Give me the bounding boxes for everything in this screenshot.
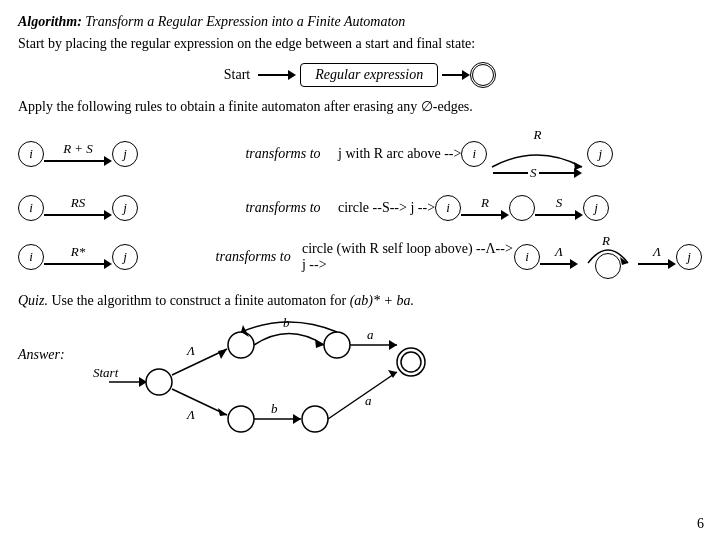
lhs-arrow-row-2 xyxy=(44,210,112,220)
s-label: S xyxy=(530,165,537,181)
rhs-r-arrow-row xyxy=(461,210,509,220)
lhs-arrowhead-1 xyxy=(104,156,112,166)
lhs-arrowhead-3 xyxy=(104,259,112,269)
lhs-arrow-2: RS xyxy=(44,196,112,220)
rhs-lambda2-row xyxy=(638,259,676,269)
transforms-to-2: transforms to xyxy=(228,200,338,216)
rhs-lambda2-arrow: Λ xyxy=(638,245,676,269)
rhs-lambda2-label: Λ xyxy=(653,245,661,258)
final-state xyxy=(470,62,496,88)
lhs-2: i RS j xyxy=(18,195,228,221)
transform-row-1: i R + S j transforms to j with R arc abo… xyxy=(18,127,702,181)
lhs-state-i-1: i xyxy=(18,141,44,167)
rhs-mid-state xyxy=(509,195,535,221)
svg-point-6 xyxy=(146,369,172,395)
rhs-lambda1-label: Λ xyxy=(555,245,563,258)
rhs-mid-with-loop: R xyxy=(578,235,638,279)
rhs-2: i R S j xyxy=(435,195,609,221)
rhs-lambda1-row xyxy=(540,259,578,269)
lhs-state-i-2: i xyxy=(18,195,44,221)
svg-text:b: b xyxy=(271,401,278,416)
transform-row-2: i RS j transforms to circle --S--> j -->… xyxy=(18,195,702,221)
rhs-state-i-2: i xyxy=(435,195,461,221)
rhs-r-line xyxy=(461,214,501,216)
rhs-state-i-3: i xyxy=(514,244,540,270)
lhs-edge-label-3: R* xyxy=(71,245,85,258)
svg-marker-18 xyxy=(389,340,397,350)
svg-point-24 xyxy=(302,406,328,432)
rhs-arrows-1: R S xyxy=(487,127,587,181)
svg-text:Start: Start xyxy=(93,365,119,380)
start-line xyxy=(258,74,288,76)
rhs-state-j-3: j xyxy=(676,244,702,270)
quiz-line: Quiz. Use the algorithm to construct a f… xyxy=(18,293,702,309)
rhs-s-arrow-row xyxy=(535,210,583,220)
lhs-arrow-row-3 xyxy=(44,259,112,269)
lhs-arrow-1: R + S xyxy=(44,142,112,166)
svg-text:R: R xyxy=(601,235,610,248)
end-arrowhead xyxy=(462,70,470,80)
svg-text:Λ: Λ xyxy=(185,343,195,358)
transforms-to-1: transforms to xyxy=(228,146,338,162)
lhs-1: i R + S j xyxy=(18,141,228,167)
end-line xyxy=(442,74,462,76)
s-arrow: S xyxy=(493,165,582,181)
algorithm-text: Transform a Regular Expression into a Fi… xyxy=(82,14,406,29)
svg-text:a: a xyxy=(365,393,372,408)
subtitle-line: Start by placing the regular expression … xyxy=(18,36,702,52)
lhs-3: i R* j xyxy=(18,244,204,270)
title-line: Algorithm: Transform a Regular Expressio… xyxy=(18,12,702,32)
answer-label: Answer: xyxy=(18,347,65,363)
lhs-line-1 xyxy=(44,160,104,162)
svg-point-20 xyxy=(228,406,254,432)
rhs-lambda2-arrowhead xyxy=(668,259,676,269)
rhs-s-arrow: S xyxy=(535,196,583,220)
rhs-s-label: S xyxy=(556,196,563,209)
rhs-state-j-1: j xyxy=(587,141,613,167)
s-line xyxy=(493,172,528,174)
rhs-lambda1-arrowhead xyxy=(570,259,578,269)
svg-marker-11 xyxy=(218,408,227,416)
quiz-text: Use the algorithm to construct a finite … xyxy=(51,293,413,308)
r-label: R xyxy=(533,127,541,143)
rhs-state-j-2: j xyxy=(583,195,609,221)
rhs-s-line xyxy=(535,214,575,216)
svg-point-13 xyxy=(228,332,254,358)
answer-section: Answer: Start Λ Λ b a b xyxy=(18,317,702,447)
transform-row-3: i R* j transforms to circle (with R self… xyxy=(18,235,702,279)
svg-line-10 xyxy=(172,389,227,415)
lhs-line-3 xyxy=(44,263,104,265)
page-number: 6 xyxy=(697,516,704,532)
svg-line-25 xyxy=(328,372,397,419)
lhs-edge-label-1: R + S xyxy=(63,142,93,155)
svg-marker-22 xyxy=(293,414,301,424)
rhs-r-arrow: R xyxy=(461,196,509,220)
rhs-r-arrowhead xyxy=(501,210,509,220)
end-arrow xyxy=(442,70,470,80)
lhs-line-2 xyxy=(44,214,104,216)
svg-marker-8 xyxy=(218,349,227,359)
lhs-arrowhead-2 xyxy=(104,210,112,220)
lhs-state-j-2: j xyxy=(112,195,138,221)
rhs-mid-loop-state xyxy=(595,253,621,279)
start-arrowhead xyxy=(288,70,296,80)
start-diagram: Start Regular expression xyxy=(18,62,702,88)
lhs-edge-label-2: RS xyxy=(71,196,85,209)
lhs-state-i-3: i xyxy=(18,244,44,270)
transforms-to-3: transforms to xyxy=(204,249,302,265)
rhs-lambda2-line xyxy=(638,263,668,265)
lhs-arrow-3: R* xyxy=(44,245,112,269)
apply-line: Apply the following rules to obtain a fi… xyxy=(18,98,702,115)
start-arrow xyxy=(258,70,296,80)
lhs-state-j-3: j xyxy=(112,244,138,270)
lhs-state-j-1: j xyxy=(112,141,138,167)
s-arrow-row: S xyxy=(493,165,582,181)
svg-text:Λ: Λ xyxy=(185,407,195,422)
rhs-state-i-1: i xyxy=(461,141,487,167)
algorithm-label: Algorithm: xyxy=(18,14,82,29)
automaton-diagram: Start Λ Λ b a b a xyxy=(79,317,499,447)
reg-expr-box: Regular expression xyxy=(300,63,438,87)
svg-text:a: a xyxy=(367,327,374,342)
svg-text:b: b xyxy=(283,317,290,330)
svg-point-16 xyxy=(324,332,350,358)
